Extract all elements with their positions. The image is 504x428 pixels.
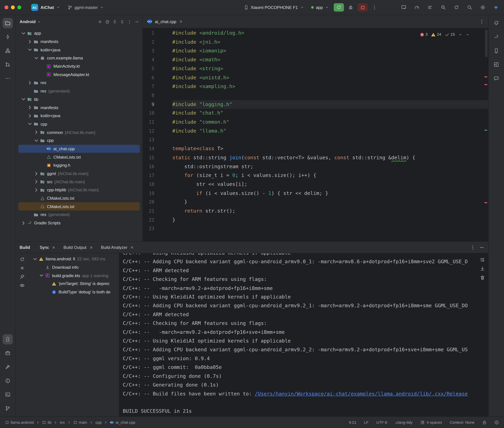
sync-project-icon[interactable] <box>452 3 461 12</box>
chevron-down-icon[interactable] <box>27 47 33 53</box>
toolstrip-build-tool-button[interactable] <box>3 362 13 372</box>
line-number[interactable]: 19 <box>143 189 172 198</box>
status-file-lock[interactable] <box>482 420 487 425</box>
chevron-down-icon[interactable] <box>20 30 26 36</box>
code-line[interactable]: 13 <box>143 136 488 145</box>
run-configuration-selector[interactable]: app <box>309 4 331 11</box>
settings-icon[interactable] <box>479 3 487 12</box>
code-line[interactable]: 7#include <sampling.h> <box>143 82 488 91</box>
tree-item-manifests[interactable]: manifests <box>18 38 140 46</box>
line-number[interactable]: 5 <box>143 64 172 73</box>
toolstrip-project-button[interactable] <box>3 18 13 28</box>
tree-item-common[interactable]: common[AiChat.lib.main] <box>18 128 140 136</box>
preview-icon[interactable] <box>19 283 25 288</box>
tree-item-src[interactable]: src[AiChat.lib.main] <box>18 178 140 186</box>
tree-item-mainactivity-kt[interactable]: MainActivity.kt <box>18 62 140 70</box>
tree-item-ggml[interactable]: ggml[AiChat.lib.main] <box>18 169 140 178</box>
code-line[interactable]: 15static std::string join(const std::vec… <box>143 153 488 162</box>
tree-item-lib[interactable]: lib <box>18 95 140 103</box>
line-number[interactable]: 20 <box>143 198 172 207</box>
chevron-down-icon[interactable] <box>33 137 39 144</box>
zoom-window-button[interactable] <box>17 6 21 9</box>
toolstrip-structure-button[interactable] <box>3 46 13 56</box>
code-line[interactable]: 21 return str.str(); <box>143 207 488 216</box>
tree-item-cpp[interactable]: cpp <box>18 120 140 128</box>
breadcrumb-cpp[interactable]: cpp <box>95 420 102 425</box>
status-indent-config[interactable]: 4 spaces <box>420 420 442 425</box>
toolstrip-device-manager-button[interactable] <box>491 46 501 56</box>
code-line[interactable]: 18 str << values[i]; <box>143 180 488 189</box>
close-tab-icon[interactable] <box>130 246 134 249</box>
search-icon[interactable] <box>465 3 474 12</box>
toolstrip-resource-manager-button[interactable] <box>491 59 501 70</box>
tree-item-llama-android-fi[interactable]: llama.android: fi22 sec, 583 ms <box>30 255 118 263</box>
toolstrip-notifications-button[interactable] <box>491 18 501 28</box>
kebab-icon[interactable] <box>127 19 132 24</box>
stripe-mark[interactable] <box>485 76 487 77</box>
code-line[interactable]: 3#include <iomanip> <box>143 47 488 56</box>
toolstrip-pull-requests-button[interactable] <box>3 59 13 70</box>
chevron-right-icon[interactable] <box>33 187 39 193</box>
stripe-mark[interactable] <box>485 84 487 85</box>
error-count[interactable]: 3 <box>420 30 427 39</box>
app-inspection-icon[interactable] <box>439 3 447 12</box>
logcat-icon[interactable] <box>426 3 434 12</box>
tree-item-com-example-llama[interactable]: com.example.llama <box>18 54 140 62</box>
tree-item-cmakelists-txt[interactable]: CMakeLists.txt <box>18 153 140 161</box>
line-number[interactable]: 1 <box>143 29 172 38</box>
tree-item-app[interactable]: app <box>18 29 140 38</box>
tree-item-ai-chat-cpp[interactable]: C++ai_chat.cpp <box>18 145 140 153</box>
line-number[interactable]: 21 <box>143 207 172 216</box>
chevron-right-icon[interactable] <box>27 38 33 45</box>
code-line[interactable]: 14template<class T> <box>143 145 488 153</box>
console-file-link[interactable]: /Users/hanyin/Workspace/ai-chat/examples… <box>255 391 468 397</box>
warning-count[interactable]: 24 <box>431 30 441 39</box>
stop-button[interactable] <box>358 3 368 12</box>
breadcrumb-lib[interactable]: lib <box>42 420 51 425</box>
toolstrip-gradle-button[interactable] <box>491 32 501 42</box>
stripe-mark[interactable] <box>485 202 487 203</box>
line-number[interactable]: 7 <box>143 82 172 91</box>
tree-item-manifests[interactable]: manifests <box>18 103 140 112</box>
chevron-down-icon[interactable] <box>33 55 39 61</box>
close-tab-icon[interactable] <box>89 246 93 249</box>
close-tab-icon[interactable] <box>179 19 183 23</box>
breadcrumb-main[interactable]: main <box>73 420 87 425</box>
chevron-down-icon[interactable] <box>27 121 33 127</box>
code-line[interactable]: 5#include <string> <box>143 64 488 73</box>
hide-icon[interactable] <box>135 19 139 24</box>
toolstrip-problems-button[interactable] <box>3 376 13 386</box>
scroll-to-end-icon[interactable] <box>480 266 485 271</box>
build-tab-build-analyzer[interactable]: Build Analyzer <box>97 242 138 253</box>
toolstrip-assistant-button[interactable] <box>491 73 501 83</box>
chevron-right-icon[interactable] <box>20 220 26 226</box>
project-widget[interactable]: AC AiChat <box>29 3 62 12</box>
soft-wrap-icon[interactable] <box>480 257 485 262</box>
code-line[interactable]: 9#include "logging.h" <box>143 100 488 109</box>
next-problem-icon[interactable] <box>466 33 470 36</box>
line-number[interactable]: 23 <box>143 224 172 233</box>
collapse-all-icon[interactable] <box>120 19 124 24</box>
gemini-icon[interactable] <box>492 3 500 12</box>
line-number[interactable]: 4 <box>143 56 172 64</box>
code-editor[interactable]: 1#include <android/log.h>2#include <jni.… <box>143 28 488 241</box>
chevron-down-icon[interactable] <box>32 256 38 262</box>
line-number[interactable]: 11 <box>143 118 172 127</box>
line-number[interactable]: 2 <box>143 38 172 47</box>
debug-button[interactable] <box>347 3 355 12</box>
status-code-vision-context[interactable]: Context: None <box>450 420 475 425</box>
hide-toolwindow-icon[interactable] <box>479 245 485 250</box>
expand-all-icon[interactable] <box>112 19 117 24</box>
toolstrip-terminal-button[interactable] <box>3 389 13 400</box>
tree-item-gradle-scripts[interactable]: Gradle Scripts <box>18 219 140 227</box>
breadcrumb-src[interactable]: src <box>60 420 65 425</box>
code-line[interactable]: 2#include <jni.h> <box>143 38 488 47</box>
tree-item-logging-h[interactable]: Hlogging.h <box>18 161 140 169</box>
tree-item-cmakelists-txt[interactable]: CMakeLists.txt <box>18 194 140 202</box>
chevron-right-icon[interactable] <box>27 80 33 86</box>
tree-item--jvmtarget-string-is-deprec[interactable]: 'jvmTarget: String' is deprec <box>30 280 118 288</box>
rerun-run-button[interactable] <box>334 3 344 12</box>
plus-icon[interactable] <box>98 19 102 24</box>
tree-item-cpp-httplib[interactable]: cpp-httplib[AiChat.lib.main] <box>18 186 140 194</box>
toolstrip-commit-button[interactable] <box>3 32 13 42</box>
